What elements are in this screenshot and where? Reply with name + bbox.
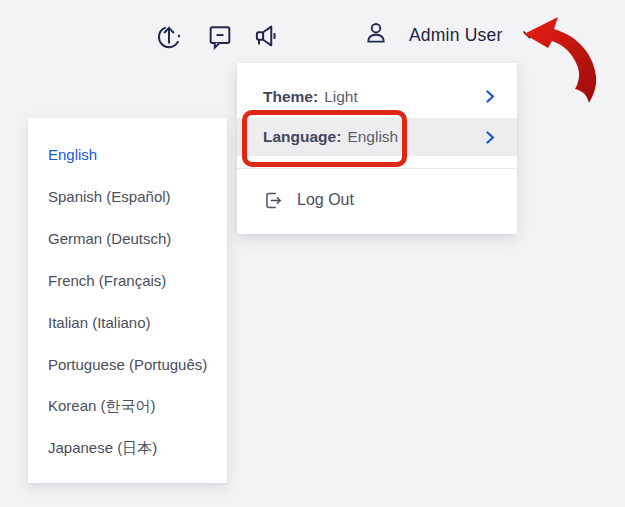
logout-icon xyxy=(263,190,284,211)
chat-icon xyxy=(206,22,234,50)
language-submenu: English Spanish (Español) German (Deutsc… xyxy=(28,118,227,483)
language-value: English xyxy=(347,128,398,146)
language-option-portuguese[interactable]: Portuguese (Português) xyxy=(28,343,227,385)
announcements-button[interactable] xyxy=(251,21,281,51)
user-menu-trigger[interactable]: Admin User xyxy=(363,20,537,50)
chevron-down-icon xyxy=(522,30,537,40)
language-option-japanese[interactable]: Japanese (日本) xyxy=(28,427,227,469)
logout-label: Log Out xyxy=(297,191,354,209)
language-option-german[interactable]: German (Deutsch) xyxy=(28,217,227,259)
user-icon xyxy=(363,20,389,50)
menu-item-language[interactable]: Language: English xyxy=(237,118,517,156)
language-option-french[interactable]: French (Français) xyxy=(28,259,227,301)
megaphone-icon xyxy=(252,22,280,50)
menu-item-logout[interactable]: Log Out xyxy=(237,169,517,231)
menu-item-theme[interactable]: Theme: Light xyxy=(237,75,517,118)
upload-button[interactable] xyxy=(154,21,184,51)
user-name-label: Admin User xyxy=(409,25,502,46)
language-option-korean[interactable]: Korean (한국어) xyxy=(28,385,227,427)
user-dropdown-menu: Theme: Light Language: English xyxy=(237,63,517,234)
language-option-italian[interactable]: Italian (Italiano) xyxy=(28,301,227,343)
theme-value: Light xyxy=(324,88,358,106)
screen: Admin User Theme: Light Language: Englis… xyxy=(0,0,625,507)
language-label: Language: xyxy=(263,128,341,146)
theme-label: Theme: xyxy=(263,88,318,106)
chevron-right-icon xyxy=(486,90,495,103)
chat-button[interactable] xyxy=(205,21,235,51)
language-option-english[interactable]: English xyxy=(28,133,227,175)
chevron-right-icon xyxy=(486,131,495,144)
language-option-spanish[interactable]: Spanish (Español) xyxy=(28,175,227,217)
upload-icon xyxy=(155,22,183,50)
